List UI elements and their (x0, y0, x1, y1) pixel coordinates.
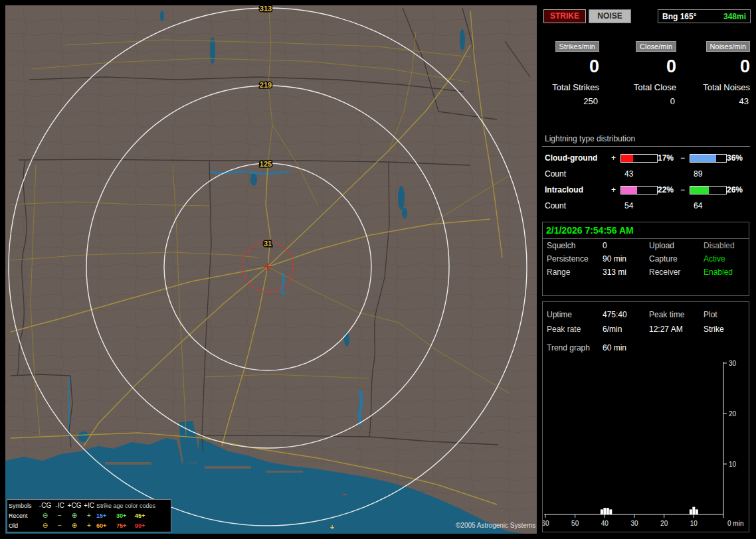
intracloud-label: Intracloud (545, 185, 611, 194)
ic-neg-pct: 26% (727, 185, 749, 194)
svg-text:40: 40 (601, 520, 609, 527)
upload-label: Upload (649, 239, 704, 252)
plus-sign: + (611, 185, 620, 194)
circle-plus-icon: ⊕ (67, 512, 82, 519)
upload-state: Disabled (704, 239, 750, 252)
strikes-per-min-value: 0 (589, 56, 599, 77)
stats-box: Uptime 475:40 Peak time Plot Peak rate 6… (542, 301, 749, 532)
circle-minus-icon: ⊖ (38, 512, 52, 519)
svg-text:30: 30 (630, 520, 638, 527)
svg-text:10: 10 (729, 461, 737, 468)
age-code: 45+ (135, 512, 153, 519)
strike-symbol: + (330, 523, 334, 531)
capture-state: Active (704, 252, 750, 266)
ring-label-313: 313 (260, 5, 272, 13)
total-noises-value: 43 (739, 96, 750, 106)
peak-time-value: 12:27 AM (649, 322, 704, 337)
age-code: 90+ (135, 522, 153, 529)
total-strikes-label: Total Strikes (552, 82, 599, 92)
legend-header-ncg: -CG (38, 502, 52, 509)
bearing-label: Bng 165° (662, 12, 696, 21)
minus-sign: − (680, 153, 690, 163)
peak-rate-label: Peak rate (547, 322, 603, 337)
symbol-legend: Symbols -CG -IC +CG +IC Strike age color… (7, 499, 171, 532)
svg-text:0 min: 0 min (727, 520, 743, 527)
info-panel: STRIKE NOISE Bng 165° 348mi Strikes/min … (542, 5, 751, 534)
cg-pos-pct: 17% (658, 153, 680, 163)
receiver-label: Receiver (649, 266, 704, 279)
capture-label: Capture (649, 252, 704, 266)
ring-label-31: 31 (264, 240, 272, 248)
trend-window-value: 60 min (603, 341, 649, 355)
peak-rate-value: 6/min (603, 322, 649, 337)
persistence-label: Persistence (547, 252, 603, 266)
distribution-grid: Cloud-ground + 17% − 36% Count 43 89 Int… (545, 150, 749, 214)
close-per-min-value: 0 (666, 56, 676, 77)
plus-sign: + (611, 153, 620, 163)
minus-icon: − (52, 512, 67, 519)
stormvue-window: { "colors": { "accent_green": "#00e000",… (0, 0, 756, 539)
ring-label-219: 219 (260, 81, 272, 89)
cg-pos-bar (620, 154, 658, 163)
circle-plus-icon: ⊕ (67, 522, 82, 529)
range-value: 313 mi (603, 266, 649, 279)
plus-icon: + (82, 522, 96, 529)
noises-per-min-value: 0 (740, 56, 750, 77)
strikes-stat-column: Strikes/min 0 Total Strikes 250 (542, 41, 599, 106)
total-close-label: Total Close (634, 82, 676, 92)
datetime-display: 2/1/2026 7:54:56 AM (543, 222, 749, 239)
receiver-state: Enabled (704, 266, 750, 279)
squelch-label: Squelch (547, 239, 603, 252)
svg-text:10: 10 (690, 520, 698, 527)
plot-label: Plot (704, 307, 750, 322)
distribution-title: Lightning type distribution (545, 134, 635, 143)
plot-value: Strike (704, 322, 750, 337)
squelch-value: 0 (603, 239, 649, 252)
ic-neg-count: 64 (690, 201, 727, 210)
close-per-min-label: Close/min (636, 41, 676, 52)
age-code: 60+ (96, 522, 116, 529)
ic-pos-pct: 22% (658, 185, 680, 194)
noises-stat-column: Noises/min 0 Total Noises 43 (688, 41, 750, 106)
minus-sign: − (680, 185, 690, 194)
bearing-distance: 348mi (723, 12, 746, 21)
peak-time-label: Peak time (649, 307, 704, 322)
persistence-value: 90 min (603, 252, 649, 266)
circle-minus-icon: ⊖ (38, 522, 52, 529)
legend-row-label: Old (9, 522, 38, 529)
map-svg: 313 219 125 31 + − (5, 5, 537, 534)
uptime-value: 475:40 (603, 307, 649, 322)
total-strikes-value: 250 (583, 96, 599, 106)
total-close-value: 0 (670, 96, 676, 106)
cg-neg-pct: 36% (727, 153, 749, 163)
legend-header-pic: +IC (82, 502, 96, 509)
svg-text:50: 50 (571, 520, 579, 527)
bearing-readout: Bng 165° 348mi (658, 9, 751, 23)
age-code: 30+ (116, 512, 135, 519)
total-noises-label: Total Noises (703, 82, 750, 92)
age-code: 15+ (96, 512, 116, 519)
plus-icon: + (82, 512, 96, 519)
cg-neg-bar (690, 154, 727, 163)
legend-header-symbols: Symbols (9, 502, 38, 509)
count-label: Count (545, 201, 611, 210)
noises-per-min-label: Noises/min (706, 41, 750, 52)
noise-mode-button[interactable]: NOISE (589, 9, 631, 23)
map-canvas[interactable]: 313 219 125 31 + − Symbols -CG -IC +CG +… (5, 5, 537, 534)
trend-graph-label: Trend graph (547, 341, 603, 355)
cloud-ground-label: Cloud-ground (545, 153, 611, 163)
distribution-rule (542, 146, 750, 147)
strikes-per-min-label: Strikes/min (555, 41, 599, 52)
status-box: 2/1/2026 7:54:56 AM Squelch 0 Upload Dis… (542, 222, 749, 296)
svg-text:20: 20 (660, 520, 668, 527)
svg-text:30: 30 (729, 360, 737, 367)
svg-text:20: 20 (729, 410, 737, 418)
close-stat-column: Close/min 0 Total Close 0 (614, 41, 676, 106)
strike-mode-button[interactable]: STRIKE (543, 9, 586, 23)
cg-pos-count: 43 (620, 169, 658, 179)
trend-graph: 1020306050403020100 min (543, 358, 749, 532)
legend-row-label: Recent (9, 512, 38, 519)
age-code: 75+ (116, 522, 135, 529)
strike-symbol: − (342, 491, 346, 499)
minus-icon: − (52, 522, 67, 529)
